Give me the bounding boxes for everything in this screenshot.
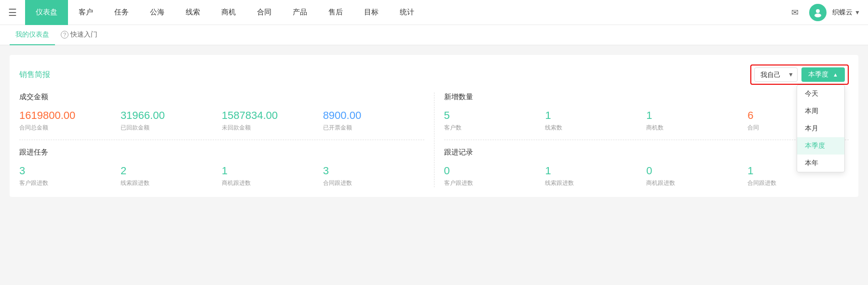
stat-label-invoiced: 已开票金额 — [323, 124, 424, 132]
period-option-today[interactable]: 今天 — [797, 85, 844, 103]
nav-item-stats[interactable]: 统计 — [389, 0, 425, 25]
stat-label-received: 已回款金额 — [121, 124, 222, 132]
stat-value-received: 31966.00 — [121, 109, 222, 122]
card-controls: 我自己 全部 ▼ 本季度 ▲ 今天 — [750, 65, 849, 85]
nav-item-dashboard[interactable]: 仪表盘 — [25, 0, 68, 25]
stat-record-opportunity: 0 商机跟进数 — [646, 165, 747, 187]
stat-label-new-customer: 客户数 — [444, 124, 545, 132]
stat-label-task-lead: 线索跟进数 — [121, 179, 222, 187]
stat-task-lead: 2 线索跟进数 — [121, 165, 222, 187]
nav-item-target[interactable]: 目标 — [353, 0, 389, 25]
left-column: 成交金额 1619800.00 合同总金额 31966.00 已回款金额 158… — [19, 92, 434, 187]
stat-value-record-opportunity: 0 — [646, 165, 747, 177]
email-icon[interactable]: ✉ — [786, 4, 803, 21]
two-column-layout: 成交金额 1619800.00 合同总金额 31966.00 已回款金额 158… — [19, 92, 849, 187]
stat-new-opportunity: 1 商机数 — [646, 109, 747, 132]
period-option-month[interactable]: 本月 — [797, 120, 844, 137]
menu-icon[interactable]: ☰ — [0, 0, 25, 25]
stat-value-task-customer: 3 — [19, 165, 121, 177]
card-header: 销售简报 我自己 全部 ▼ 本季度 ▲ — [19, 65, 849, 85]
period-option-week[interactable]: 本周 — [797, 103, 844, 120]
svg-point-0 — [816, 9, 820, 13]
new-count-stats-row: 5 客户数 1 线索数 1 商机数 6 合同 — [444, 109, 849, 132]
sub-tabs: 我的仪表盘 ? 快速入门 — [0, 25, 868, 45]
stat-value-new-opportunity: 1 — [646, 109, 747, 122]
stat-label-unreceived: 未回款金额 — [222, 124, 323, 132]
stat-value-new-customer: 5 — [444, 109, 545, 122]
nav-right: ✉ 织蝶云 ▼ — [786, 4, 868, 21]
person-selector-wrapper: 我自己 全部 ▼ — [754, 67, 798, 82]
quick-entry-icon: ? — [61, 31, 68, 39]
follow-record-stats-row: 0 客户跟进数 1 线索跟进数 0 商机跟进数 1 合同跟进数 — [444, 165, 849, 187]
stat-value-new-lead: 1 — [545, 109, 646, 122]
stat-task-customer: 3 客户跟进数 — [19, 165, 121, 187]
period-dropdown: 今天 本周 本月 本季度 本年 — [797, 85, 845, 172]
stat-label-record-customer: 客户跟进数 — [444, 179, 545, 187]
stat-unreceived: 1587834.00 未回款金额 — [222, 109, 323, 132]
stat-label-new-lead: 线索数 — [545, 124, 646, 132]
follow-task-label: 跟进任务 — [19, 148, 424, 157]
stat-invoiced: 8900.00 已开票金额 — [323, 109, 424, 132]
stat-value-invoiced: 8900.00 — [323, 109, 424, 122]
deal-section-label: 成交金额 — [19, 92, 424, 102]
nav-item-opportunity[interactable]: 商机 — [211, 0, 246, 25]
stat-contract-total: 1619800.00 合同总金额 — [19, 109, 121, 132]
tab-my-dashboard[interactable]: 我的仪表盘 — [10, 25, 55, 45]
tab-quick-entry[interactable]: ? 快速入门 — [55, 25, 103, 45]
period-button-arrow-icon: ▲ — [833, 72, 838, 78]
stat-label-contract-total: 合同总金额 — [19, 124, 121, 132]
stat-value-task-contract: 3 — [323, 165, 424, 177]
nav-items: 仪表盘 客户 任务 公海 线索 商机 合同 产品 售后 目标 统计 — [25, 0, 786, 25]
brand-arrow-icon: ▼ — [854, 9, 860, 16]
top-navigation: ☰ 仪表盘 客户 任务 公海 线索 商机 合同 产品 售后 目标 — [0, 0, 868, 25]
stat-new-lead: 1 线索数 — [545, 109, 646, 132]
nav-item-aftersale[interactable]: 售后 — [318, 0, 353, 25]
period-option-year[interactable]: 本年 — [797, 155, 844, 172]
new-count-label: 新增数量 — [444, 92, 849, 102]
follow-task-stats-row: 3 客户跟进数 2 线索跟进数 1 商机跟进数 3 合同跟进数 — [19, 165, 424, 187]
follow-record-label: 跟进记录 — [444, 148, 849, 157]
main-content: 销售简报 我自己 全部 ▼ 本季度 ▲ — [0, 45, 868, 285]
brand-label[interactable]: 织蝶云 ▼ — [832, 8, 860, 17]
stat-new-customer: 5 客户数 — [444, 109, 545, 132]
card-title: 销售简报 — [19, 70, 50, 80]
stat-value-record-customer: 0 — [444, 165, 545, 177]
stat-label-record-opportunity: 商机跟进数 — [646, 179, 747, 187]
stat-value-task-lead: 2 — [121, 165, 222, 177]
stat-record-customer: 0 客户跟进数 — [444, 165, 545, 187]
nav-item-customer[interactable]: 客户 — [68, 0, 104, 25]
stat-record-lead: 1 线索跟进数 — [545, 165, 646, 187]
nav-item-leads[interactable]: 线索 — [175, 0, 211, 25]
stat-value-unreceived: 1587834.00 — [222, 109, 323, 122]
stat-value-contract-total: 1619800.00 — [19, 109, 121, 122]
stat-value-record-lead: 1 — [545, 165, 646, 177]
period-option-quarter[interactable]: 本季度 — [797, 137, 844, 155]
divider-1 — [19, 140, 424, 140]
svg-point-1 — [814, 13, 821, 17]
nav-item-public[interactable]: 公海 — [139, 0, 175, 25]
dashboard-card: 销售简报 我自己 全部 ▼ 本季度 ▲ — [10, 55, 858, 197]
stat-task-contract: 3 合同跟进数 — [323, 165, 424, 187]
period-selector-container: 本季度 ▲ 今天 本周 本月 — [801, 67, 845, 82]
period-button[interactable]: 本季度 ▲ — [801, 67, 845, 82]
right-column: 新增数量 5 客户数 1 线索数 1 商机数 6 — [444, 92, 849, 187]
stat-task-opportunity: 1 商机跟进数 — [222, 165, 323, 187]
deal-stats-row: 1619800.00 合同总金额 31966.00 已回款金额 1587834.… — [19, 109, 424, 132]
stat-label-new-opportunity: 商机数 — [646, 124, 747, 132]
stat-label-task-opportunity: 商机跟进数 — [222, 179, 323, 187]
nav-item-contract[interactable]: 合同 — [246, 0, 282, 25]
nav-item-product[interactable]: 产品 — [282, 0, 318, 25]
stat-label-task-contract: 合同跟进数 — [323, 179, 424, 187]
stat-label-record-contract: 合同跟进数 — [747, 179, 849, 187]
stat-received: 31966.00 已回款金额 — [121, 109, 222, 132]
avatar[interactable] — [809, 4, 827, 21]
stat-label-task-customer: 客户跟进数 — [19, 179, 121, 187]
nav-item-task[interactable]: 任务 — [104, 0, 139, 25]
divider-2 — [444, 140, 849, 140]
person-selector[interactable]: 我自己 全部 — [754, 67, 798, 82]
stat-label-record-lead: 线索跟进数 — [545, 179, 646, 187]
stat-value-task-opportunity: 1 — [222, 165, 323, 177]
